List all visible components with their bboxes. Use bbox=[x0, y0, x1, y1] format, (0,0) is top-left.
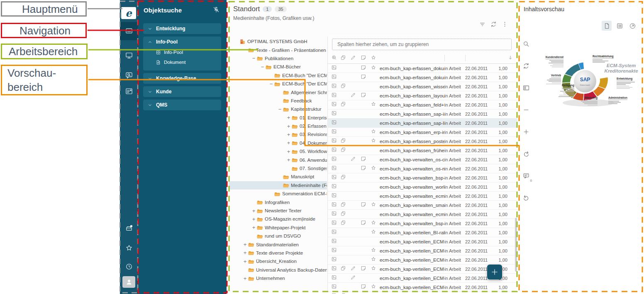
tree-item[interactable]: Universal Analytics Backup-Daten 2012-20 bbox=[229, 266, 327, 274]
tree-expander-icon[interactable]: + bbox=[285, 115, 292, 120]
refresh-icon[interactable] bbox=[521, 61, 531, 71]
tree-expander-icon[interactable]: + bbox=[285, 124, 292, 129]
nav-section-header[interactable]: Knowledge-Base bbox=[143, 73, 221, 84]
nav-section-header[interactable]: QMS bbox=[143, 100, 221, 110]
tree-expander-icon[interactable]: − bbox=[242, 47, 248, 53]
table-row[interactable]: ecm-buch_kap-verwalten_os-contractin Arb… bbox=[328, 155, 517, 164]
tree-item[interactable]: −Publikationen bbox=[229, 54, 327, 63]
table-row[interactable]: ecm-buch_kap-verwalten_ecm-crmin Arbeit2… bbox=[328, 192, 517, 201]
tree-item[interactable]: Infografiken bbox=[229, 198, 327, 206]
tree-item[interactable]: +OS-Magazin ecm|inside bbox=[229, 215, 327, 223]
tree-expander-icon[interactable]: − bbox=[259, 64, 266, 70]
fit-width-icon[interactable] bbox=[521, 83, 531, 93]
tree-item[interactable]: Manuskript bbox=[229, 173, 327, 181]
nav-section-qms[interactable]: QMS bbox=[143, 100, 221, 110]
table-scrollbar[interactable] bbox=[515, 218, 517, 272]
tree-item[interactable]: −Kapitelstruktur bbox=[229, 105, 327, 113]
tree-expander-icon[interactable]: − bbox=[268, 81, 274, 87]
table-row[interactable]: ecm-buch_kap-verteilen_ECM+SOAin Arbeit2… bbox=[328, 246, 517, 255]
table-row[interactable]: ecm-buch_kap-erfassen_dokumentenklas...i… bbox=[328, 73, 517, 82]
table-row[interactable]: ecm-buch_kap-verteilen_ECM+MSSin Arbeit2… bbox=[328, 283, 517, 292]
tree-item[interactable]: 07. Sonstiges bbox=[229, 164, 327, 173]
table-row[interactable]: ecm-buch_kap-verwalten_ecm-e-mail-manin … bbox=[328, 210, 517, 219]
tree-expander-icon[interactable]: + bbox=[285, 157, 292, 163]
main-menu-desktop-icon[interactable] bbox=[120, 46, 138, 65]
tree-item[interactable]: +Whitepaper-Projekt bbox=[229, 224, 327, 232]
zoom-in-icon[interactable] bbox=[521, 127, 531, 137]
table-row[interactable]: ecm-buch_kap-verwalten_bsp-prozessmo...i… bbox=[328, 219, 517, 228]
table-row[interactable]: ecm-buch_kap-verteilen_BI-rahmenkonzepti… bbox=[328, 228, 517, 237]
tree-item[interactable]: +Übersicht_Kreation bbox=[229, 257, 327, 265]
comments-icon[interactable]: 0 bbox=[521, 171, 531, 181]
main-menu-object-search-icon[interactable] bbox=[120, 22, 138, 40]
table-row[interactable]: ecm-buch_kap-verteilen_ECM+EAIin Arbeit2… bbox=[328, 237, 517, 246]
tree-expander-icon[interactable]: + bbox=[251, 208, 257, 214]
nav-section-entwicklung[interactable]: Entwicklung bbox=[143, 23, 221, 34]
column-favorite-icon[interactable] bbox=[371, 55, 380, 62]
user-avatar-icon[interactable] bbox=[122, 276, 135, 288]
table-row[interactable]: ecm-buch_kap-erfassen_sap-lieferantena..… bbox=[328, 119, 517, 128]
tree-expander-icon[interactable]: + bbox=[242, 242, 248, 247]
table-row[interactable]: ecm-buch_kap-verwalten_bsp-workflowin Ar… bbox=[328, 173, 517, 182]
table-row[interactable]: ecm-buch_kap-verteilen_ECM+ESBin Arbeit2… bbox=[328, 255, 517, 265]
table-row[interactable]: ecm-buch_kap-verwalten_smart-struc-wor..… bbox=[328, 201, 517, 210]
tree-item[interactable]: +06. Anwendungsgebiete bbox=[229, 156, 327, 164]
table-row[interactable]: ecm-buch_kap-verwalten_os-mail-manin Arb… bbox=[328, 164, 517, 173]
main-menu-history-icon[interactable] bbox=[120, 258, 138, 276]
filter-icon[interactable] bbox=[479, 21, 486, 29]
nav-section-kunde[interactable]: Kunde bbox=[143, 86, 221, 97]
sort-desc-icon[interactable] bbox=[507, 55, 513, 62]
tree-item[interactable]: −ECM-Buch "Der ECM-Effekt" (2011) bbox=[229, 80, 327, 88]
tree-item[interactable]: OPTIMAL SYSTEMS GmbH bbox=[229, 37, 327, 46]
tree-item[interactable]: +Standardmaterialien bbox=[229, 240, 327, 248]
tree-expander-icon[interactable]: + bbox=[285, 132, 292, 137]
table-row[interactable]: ecm-buch_kap-erfassen_posteingangslös...… bbox=[328, 137, 517, 146]
tree-expander-icon[interactable]: + bbox=[285, 149, 292, 154]
tree-item[interactable]: +05. Workflow-Management bbox=[229, 147, 327, 156]
table-row[interactable]: ecm-buch_kap-verteilen_OSECM+BAANin Arbe… bbox=[328, 292, 517, 294]
app-logo[interactable]: e bbox=[121, 7, 136, 19]
tree-item[interactable]: +Texte diverse Projekte bbox=[229, 249, 327, 257]
more-icon[interactable] bbox=[501, 21, 508, 29]
tree-item[interactable]: Feedback bbox=[229, 97, 327, 105]
table-row[interactable]: ecm-buch_kap-erfassen_erp-integrationin … bbox=[328, 128, 517, 137]
refresh-icon[interactable] bbox=[490, 21, 497, 29]
tree-expander-icon[interactable]: + bbox=[251, 225, 257, 230]
tree-item[interactable]: +02. Erfassen und Klassifizieren bbox=[229, 122, 327, 130]
nav-section-header[interactable]: Entwicklung bbox=[143, 23, 221, 34]
table-row[interactable]: ecm-buch_kap-verwalten_workflow-rahme...… bbox=[328, 182, 517, 192]
table-row[interactable]: ecm-buch_kap-erfassen_dokumentenstru...i… bbox=[328, 64, 517, 73]
column-status[interactable] bbox=[444, 55, 465, 61]
main-menu-tray-notification-icon[interactable] bbox=[120, 219, 138, 237]
tree-item[interactable]: −ECM-Bücher bbox=[229, 63, 327, 71]
tree-expander-icon[interactable]: + bbox=[251, 216, 257, 222]
tree-expander-icon[interactable]: + bbox=[242, 276, 248, 281]
nav-section-header[interactable]: Info-Pool bbox=[143, 36, 221, 47]
column-bezugsdatum[interactable] bbox=[465, 55, 491, 61]
details-list-icon[interactable] bbox=[615, 21, 624, 31]
table-row[interactable]: ecm-buch_kap-erfassen_layoutbasierte-in.… bbox=[328, 91, 517, 100]
nav-section-info-pool[interactable]: Info-PoolInfo-PoolDokument bbox=[143, 36, 221, 70]
pin-off-icon[interactable] bbox=[212, 6, 220, 15]
nav-section-knowledge-base[interactable]: Knowledge-Base bbox=[143, 73, 221, 84]
tree-item[interactable]: ECM-Buch "Der ECM-Effekt II" (2016 bbox=[229, 71, 327, 80]
tree-item[interactable]: +04. Dokumentenmanagement bbox=[229, 139, 327, 147]
tree-item[interactable]: +03. Revisionssicher archivieren bbox=[229, 130, 327, 138]
tree-expander-icon[interactable]: + bbox=[242, 259, 248, 264]
zoom-out-icon[interactable] bbox=[521, 105, 531, 115]
table-row[interactable]: ecm-buch_kap-erfassen_sap-integration-s.… bbox=[328, 109, 517, 119]
tree-item[interactable]: rund um DSVGO bbox=[229, 232, 327, 240]
table-row[interactable]: ecm-buch_kap-erfassen_feld+tabellen-ba..… bbox=[328, 100, 517, 109]
page-preview-icon[interactable] bbox=[602, 21, 612, 31]
column-links-icon[interactable] bbox=[340, 55, 350, 62]
group-by-dropzone[interactable]: Spalten hierher ziehen, um zu gruppieren bbox=[332, 39, 512, 50]
tree-item[interactable]: +01. Enterprise Content Manage bbox=[229, 114, 327, 122]
tree-item[interactable]: Allgemeiner Schriftverkehr bbox=[229, 88, 327, 96]
tree-item[interactable]: Medieninhalte (Fotos, Grafiken us bbox=[229, 181, 327, 190]
tree-expander-icon[interactable]: − bbox=[251, 56, 257, 61]
nav-item-info-pool[interactable]: Info-Pool bbox=[143, 47, 221, 57]
main-menu-window-list-icon[interactable] bbox=[120, 82, 138, 100]
open-external-icon[interactable] bbox=[627, 21, 637, 31]
tree-item[interactable]: Sommeraktion ECM-Effekt Versand bbox=[229, 190, 327, 198]
tree-item[interactable]: −Texte - Grafiken - Präsentationen bbox=[229, 46, 327, 54]
